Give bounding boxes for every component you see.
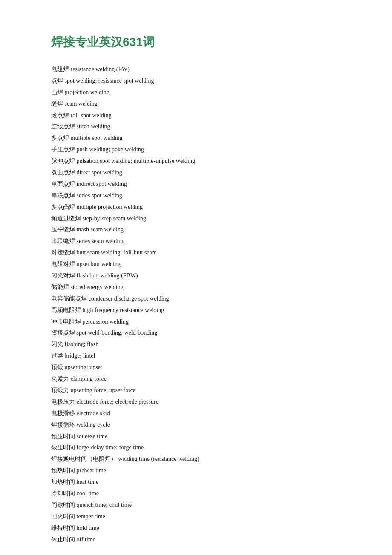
list-item: 频道进缝焊 step-by-step seam welding <box>51 213 341 224</box>
list-item: 顶锻力 upsetting force; upset force <box>51 385 341 396</box>
list-item: 连续点焊 stitch welding <box>51 121 341 132</box>
list-item: 串联点焊 series spot welding <box>51 190 341 201</box>
list-item: 冲击电阻焊 percussion welding <box>51 316 341 327</box>
list-item: 间歇时间 quench time; chill time <box>51 500 341 511</box>
list-item: 加热时间 heat time <box>51 477 341 488</box>
list-item: 凸焊 projection welding <box>51 87 341 98</box>
list-item: 冷却时间 cool time <box>51 488 341 499</box>
list-item: 多点凸焊 multiple projection welding <box>51 202 341 213</box>
list-item: 储能焊 stored energy welding <box>51 282 341 293</box>
list-item: 预热时间 preheat time <box>51 465 341 476</box>
list-item: 锻压时间 forge-delay time; forge time <box>51 442 341 453</box>
list-item: 焊接循环 welding cycle <box>51 419 341 431</box>
page-title: 焊接专业英汉631词 <box>51 34 341 50</box>
list-item: 高频电阻焊 high frequency resistance welding <box>51 305 341 316</box>
list-item: 脉冲点焊 pulsation spot welding; multiple-im… <box>51 156 341 167</box>
list-item: 对接缝焊 butt seam welding; foil-butt seam <box>51 247 341 258</box>
list-item: 电容储能点焊 condenser discharge spot welding <box>51 293 341 304</box>
list-item: 夹紧力 clamping force <box>51 373 341 384</box>
list-item: 滚点焊 roll-spot welding <box>51 110 341 121</box>
list-item: 回火时间 temper time <box>51 511 341 522</box>
list-item: 缝焊 seam welding <box>51 98 341 110</box>
list-item: 双面点焊 direct spot welding <box>51 167 341 178</box>
list-item: 电极滑移 electrode skid <box>51 408 341 419</box>
list-item: 闪光对焊 flash butt welding (FBW) <box>51 270 341 281</box>
list-item: 手压点焊 push welding; poke welding <box>51 144 341 155</box>
list-item: 休止时间 off time <box>51 534 341 545</box>
list-item: 电极压力 electrode force; electrode pressure <box>51 396 341 408</box>
list-item: 闪光 flashing; flash <box>51 339 341 350</box>
term-list: 电阻焊 resistance welding (RW)点焊 spot weldi… <box>51 64 341 545</box>
list-item: 串联缝焊 series seam welding <box>51 236 341 247</box>
list-item: 预压时间 squeeze time <box>51 431 341 442</box>
list-item: 点焊 spot welding; resistance spot welding <box>51 75 341 87</box>
list-item: 胶接点焊 spot weld-bonding; weld-bonding <box>51 327 341 338</box>
list-item: 顶锻 upsetting; upset <box>51 362 341 373</box>
list-item: 压平缝焊 mash seam welding <box>51 224 341 235</box>
list-item: 过梁 bridge; lintel <box>51 350 341 361</box>
list-item: 焊接通电时间（电阻焊） welding time (resistance wel… <box>51 454 341 465</box>
list-item: 多点焊 multiple spot welding <box>51 133 341 144</box>
list-item: 电阻焊 resistance welding (RW) <box>51 64 341 75</box>
list-item: 单面点焊 indirect spot welding <box>51 179 341 190</box>
list-item: 维持时间 hold time <box>51 523 341 534</box>
list-item: 电阻对焊 upset butt welding <box>51 259 341 270</box>
